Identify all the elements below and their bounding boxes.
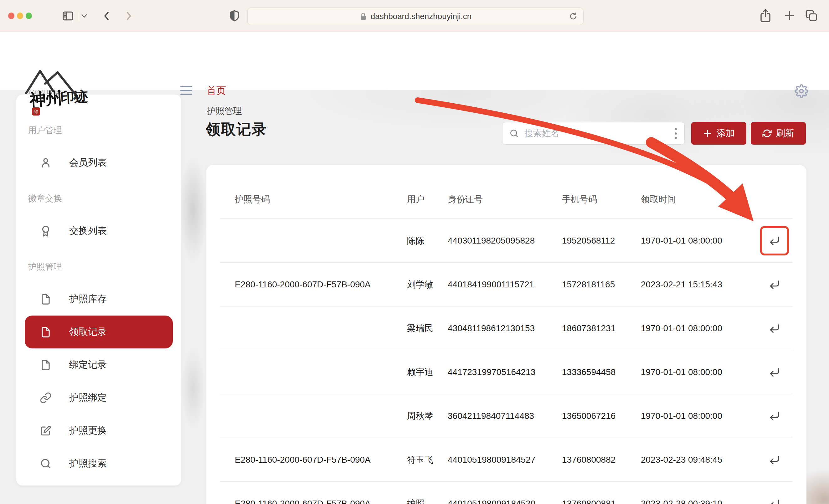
row-actions — [763, 219, 786, 262]
nav-home-link[interactable]: 首页 — [207, 84, 226, 97]
svg-text:印: 印 — [34, 109, 38, 115]
sidebar-item-label: 领取记录 — [69, 326, 107, 338]
phone-cell: 13336594458 — [562, 367, 641, 377]
link-icon — [40, 392, 52, 404]
time-cell: 2023-02-28 00:39:10 — [641, 499, 763, 504]
new-tab-icon[interactable] — [783, 9, 796, 22]
id-no-cell: 360421198407114483 — [448, 411, 562, 421]
time-cell: 1970-01-01 08:00:00 — [641, 236, 763, 246]
menu-toggle-icon[interactable] — [180, 86, 192, 95]
sidebar-item-label: 绑定记录 — [69, 358, 107, 371]
reload-icon[interactable] — [569, 12, 578, 21]
sidebar-nav: 用户管理会员列表徽章交换交换列表护照管理护照库存领取记录绑定记录护照绑定护照更换… — [16, 95, 181, 485]
sidebar-item-label: 护照更换 — [69, 424, 107, 437]
minimize-window-button[interactable] — [17, 12, 23, 19]
sidebar-section-label: 用户管理 — [28, 124, 181, 136]
time-cell: 1970-01-01 08:00:00 — [641, 411, 763, 421]
sidebar-item-交换列表[interactable]: 交换列表 — [25, 214, 173, 247]
user-cell: 陈陈 — [407, 235, 448, 247]
phone-cell: 13760800881 — [562, 499, 641, 504]
column-header: 身份证号 — [448, 193, 562, 205]
phone-cell: 19520568112 — [562, 236, 641, 246]
content-area: 活动管理 用户管理会员列表徽章交换交换列表护照管理护照库存领取记录绑定记录护照绑… — [0, 90, 829, 504]
return-icon[interactable] — [768, 454, 781, 466]
user-cell: 梁瑞民 — [407, 322, 448, 334]
return-icon[interactable] — [768, 235, 781, 247]
sidebar-item-会员列表[interactable]: 会员列表 — [25, 146, 173, 179]
sidebar-item-绑定记录[interactable]: 绑定记录 — [25, 349, 173, 381]
column-header: 用户 — [407, 193, 448, 205]
return-icon[interactable] — [768, 279, 781, 290]
gear-icon[interactable] — [795, 84, 808, 98]
row-actions — [763, 350, 786, 394]
search-icon — [40, 458, 52, 470]
column-header: 护照号码 — [235, 193, 407, 205]
share-icon[interactable] — [759, 8, 772, 23]
id-no-cell: 441723199705164213 — [448, 367, 562, 377]
sidebar-item-label: 会员列表 — [69, 156, 107, 169]
sidebar-item-护照绑定[interactable]: 护照绑定 — [25, 381, 173, 414]
phone-cell: 15728181165 — [562, 280, 641, 290]
privacy-shield-icon[interactable] — [228, 9, 241, 23]
forward-button[interactable] — [123, 10, 135, 22]
table-row: E280-1160-2000-607D-F57B-090A符玉飞44010519… — [220, 438, 793, 482]
sidebar-item-护照搜索[interactable]: 护照搜索 — [25, 447, 173, 480]
toolbar-divider — [78, 11, 78, 21]
sidebar-item-护照更换[interactable]: 护照更换 — [25, 414, 173, 447]
sidebar-toggle-icon[interactable] — [62, 10, 74, 22]
breadcrumb: 护照管理 — [207, 105, 242, 117]
sidebar-item-领取记录[interactable]: 领取记录 — [25, 316, 173, 349]
table-row: 周秋琴360421198407114483136500672161970-01-… — [220, 394, 793, 438]
return-icon[interactable] — [768, 366, 781, 378]
kebab-menu-icon[interactable] — [675, 128, 677, 139]
sidebar-item-label: 护照库存 — [69, 293, 107, 305]
id-no-cell: 440105198009184527 — [448, 455, 562, 465]
plus-icon — [703, 129, 712, 138]
id-no-cell: 440105198009184520 — [448, 499, 562, 504]
user-cell: 符玉飞 — [407, 454, 448, 466]
time-cell: 2023-02-21 15:15:43 — [641, 280, 763, 290]
zoom-window-button[interactable] — [26, 12, 32, 19]
table-row: 赖宇迪441723199705164213133365944581970-01-… — [220, 350, 793, 394]
table-row: 陈陈440301198205095828195205681121970-01-0… — [220, 219, 793, 263]
award-icon — [40, 225, 52, 237]
file-icon — [40, 293, 52, 305]
svg-text:印迹: 印迹 — [60, 88, 88, 106]
row-actions — [763, 482, 786, 504]
close-window-button[interactable] — [8, 12, 14, 19]
back-button[interactable] — [101, 10, 113, 22]
add-button[interactable]: 添加 — [691, 122, 746, 145]
url-text: dashboard.shenzhouyinji.cn — [371, 11, 471, 21]
row-actions — [763, 438, 786, 481]
address-bar[interactable]: dashboard.shenzhouyinji.cn — [247, 7, 583, 25]
column-header: 领取时间 — [641, 193, 763, 205]
search-box — [502, 122, 685, 145]
lock-icon — [359, 12, 367, 20]
svg-text:神州: 神州 — [29, 88, 63, 109]
row-actions — [763, 263, 786, 306]
chevron-down-icon[interactable] — [81, 13, 88, 19]
refresh-button[interactable]: 刷新 — [751, 122, 806, 145]
passport-no-cell: E280-1160-2000-607D-F57B-090A — [235, 455, 407, 465]
phone-cell: 13760800882 — [562, 455, 641, 465]
user-cell: 刘学敏 — [407, 279, 448, 290]
sidebar-item-label: 交换列表 — [69, 224, 107, 237]
user-cell: 赖宇迪 — [407, 366, 448, 378]
time-cell: 2023-02-23 09:48:45 — [641, 455, 763, 465]
tab-overview-icon[interactable] — [805, 9, 818, 22]
row-actions — [763, 394, 786, 438]
search-input[interactable] — [524, 128, 675, 139]
sidebar-item-护照库存[interactable]: 护照库存 — [25, 283, 173, 316]
records-table: 护照号码用户身份证号手机号码领取时间 陈陈4403011982050958281… — [206, 165, 806, 504]
sidebar-item-label: 护照绑定 — [69, 391, 107, 404]
return-icon[interactable] — [768, 322, 781, 334]
passport-no-cell: E280-1160-2000-607D-F57B-090A — [235, 499, 407, 504]
edit-icon — [40, 425, 52, 437]
table-row: 梁瑞民430481198612130153186073812311970-01-… — [220, 307, 793, 350]
return-icon[interactable] — [768, 410, 781, 422]
id-no-cell: 430481198612130153 — [448, 323, 562, 333]
sidebar-section-label: 徽章交换 — [28, 193, 181, 204]
table-row: E280-1160-2000-607D-F57B-090A护照440105198… — [220, 482, 793, 504]
return-icon[interactable] — [768, 498, 781, 504]
sidebar-item-label: 护照搜索 — [69, 457, 107, 470]
